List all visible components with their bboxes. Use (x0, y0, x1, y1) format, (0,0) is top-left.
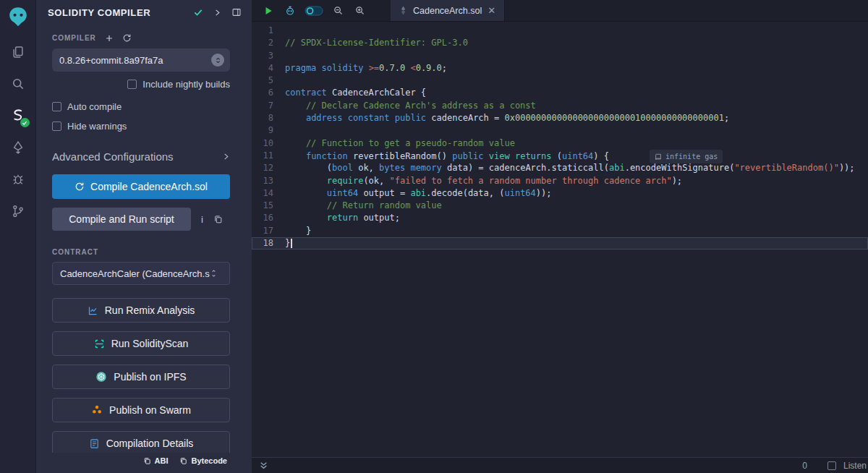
line-number: 2 (252, 37, 285, 49)
code-line-11[interactable]: 11 function revertibleRandom() public vi… (252, 150, 868, 162)
publish-on-swarm-button[interactable]: Publish on Swarm (52, 398, 230, 422)
collapse-panel-icon[interactable] (213, 9, 221, 17)
line-number: 6 (252, 87, 285, 99)
add-compiler-icon[interactable] (105, 34, 114, 43)
remix-ai-icon[interactable] (281, 3, 299, 19)
line-number: 5 (252, 74, 285, 87)
publish-on-ipfs-button[interactable]: Publish on IPFS (52, 365, 230, 389)
code-line-7[interactable]: 7 // Declare Cadence Arch's address as a… (252, 100, 868, 112)
version-spinner-icon (211, 54, 224, 67)
listen-label: Listen (843, 461, 867, 471)
swarm-icon (91, 404, 103, 416)
line-number: 15 (252, 200, 285, 212)
line-number: 16 (252, 212, 285, 224)
zoom-out-icon[interactable] (328, 3, 347, 19)
compiler-version-select[interactable]: 0.8.26+commit.8a97fa7a (52, 48, 230, 72)
nightly-builds-checkbox[interactable] (127, 80, 137, 89)
auto-compile-checkbox[interactable] (52, 102, 61, 111)
code-line-17[interactable]: 17 } (252, 225, 868, 237)
expand-terminal-icon[interactable] (259, 461, 268, 470)
debugger-icon[interactable] (5, 166, 31, 192)
terminal-count: 0 (802, 461, 807, 471)
code-line-1[interactable]: 1 (252, 25, 868, 37)
line-number: 9 (252, 124, 285, 137)
remix-logo-icon[interactable] (6, 4, 30, 29)
info-icon[interactable]: i (201, 214, 203, 225)
solidity-compiler-icon[interactable] (5, 103, 31, 129)
advanced-configurations-toggle[interactable]: Advanced Configurations (52, 150, 230, 163)
git-icon[interactable] (5, 198, 31, 224)
contract-select[interactable]: CadenceArchCaler (CadenceArch.s (52, 262, 230, 285)
code-line-13[interactable]: 13 require(ok, "failed to fetch a random… (252, 175, 868, 187)
code-line-18[interactable]: 18} (252, 237, 868, 250)
line-number: 12 (252, 162, 285, 174)
panel-footer: ABI Bytecode (36, 453, 252, 473)
compile-and-run-button[interactable]: Compile and Run script (52, 208, 191, 231)
file-explorer-icon[interactable] (5, 39, 31, 65)
code-line-14[interactable]: 14 uint64 output = abi.decode(data, (uin… (252, 187, 868, 200)
editor-area: CadenceArch.sol ✕ 12// SPDX-License-Iden… (252, 0, 868, 473)
code-line-8[interactable]: 8 address constant public cadenceArch = … (252, 112, 868, 124)
side-panel: SOLIDITY COMPILER COMPILER (36, 0, 252, 473)
contract-section-label: CONTRACT (52, 248, 98, 256)
compiler-section-label: COMPILER (52, 34, 96, 42)
solidity-file-icon (399, 6, 407, 15)
code-line-15[interactable]: 15 // Return random value (252, 200, 868, 212)
run-remix-analysis-button[interactable]: Run Remix Analysis (52, 298, 230, 323)
deploy-and-run-icon[interactable] (5, 135, 31, 161)
copy-bytecode-button[interactable]: Bytecode (179, 456, 227, 465)
code-line-9[interactable]: 9 (252, 124, 868, 137)
code-line-16[interactable]: 16 return output; (252, 212, 868, 224)
listen-checkbox[interactable] (827, 461, 836, 470)
panel-title: SOLIDITY COMPILER (48, 7, 193, 18)
code-line-3[interactable]: 3 (252, 50, 868, 62)
line-number: 10 (252, 137, 285, 150)
code-line-2[interactable]: 2// SPDX-License-Identifier: GPL-3.0 (252, 37, 868, 49)
line-number: 14 (252, 187, 285, 200)
contract-select-value: CadenceArchCaler (CadenceArch.s (60, 268, 210, 279)
line-number: 11 (252, 150, 285, 162)
ai-copilot-toggle[interactable] (302, 3, 326, 19)
copy-icon (179, 457, 187, 465)
panel-body: COMPILER 0.8.26+commit.8a97fa7a Include … (36, 25, 252, 453)
tab-cadencearch-sol[interactable]: CadenceArch.sol ✕ (391, 0, 505, 21)
line-number: 18 (252, 237, 285, 250)
text-cursor (291, 239, 292, 248)
status-check-icon (193, 7, 203, 17)
pin-panel-icon[interactable] (231, 7, 242, 17)
run-solidityscan-button[interactable]: Run SolidityScan (52, 331, 230, 356)
tab-close-icon[interactable]: ✕ (488, 6, 495, 15)
compiler-version-value: 0.8.26+commit.8a97fa7a (59, 55, 211, 66)
ipfs-icon (95, 371, 107, 383)
nightly-builds-label: Include nightly builds (142, 79, 230, 90)
code-line-12[interactable]: 12 (bool ok, bytes memory data) = cadenc… (252, 162, 868, 174)
reload-compiler-icon[interactable] (122, 33, 132, 43)
run-script-play-icon[interactable] (259, 3, 278, 19)
copy-script-icon[interactable] (213, 215, 223, 224)
copy-abi-button[interactable]: ABI (143, 456, 169, 465)
line-number: 1 (252, 25, 285, 37)
line-number: 13 (252, 175, 285, 187)
line-number: 7 (252, 100, 285, 112)
code-line-5[interactable]: 5 (252, 74, 868, 87)
compile-button[interactable]: Compile CadenceArch.sol (52, 174, 230, 199)
zoom-in-icon[interactable] (350, 3, 369, 19)
chevron-right-icon (222, 153, 230, 161)
compiled-check-badge (20, 118, 30, 127)
advanced-configurations-label: Advanced Configurations (52, 150, 174, 163)
scan-icon (94, 338, 105, 349)
search-icon[interactable] (5, 71, 31, 97)
compile-button-label: Compile CadenceArch.sol (90, 181, 208, 192)
hide-warnings-checkbox[interactable] (52, 122, 61, 131)
editor-toolbar: CadenceArch.sol ✕ (252, 0, 868, 22)
updown-arrows-icon (210, 269, 218, 278)
code-line-10[interactable]: 10 // Function to get a pseudo-random va… (252, 137, 868, 150)
tab-label: CadenceArch.sol (413, 6, 482, 16)
compilation-details-button[interactable]: Compilation Details (52, 431, 230, 453)
details-icon (89, 438, 100, 449)
refresh-icon (75, 182, 85, 192)
code-line-6[interactable]: 6contract CadenceArchCaler { (252, 87, 868, 99)
code-line-4[interactable]: 4pragma solidity >=0.7.0 <0.9.0; (252, 62, 868, 74)
line-number: 3 (252, 50, 285, 62)
code-editor[interactable]: 12// SPDX-License-Identifier: GPL-3.034p… (252, 22, 868, 457)
